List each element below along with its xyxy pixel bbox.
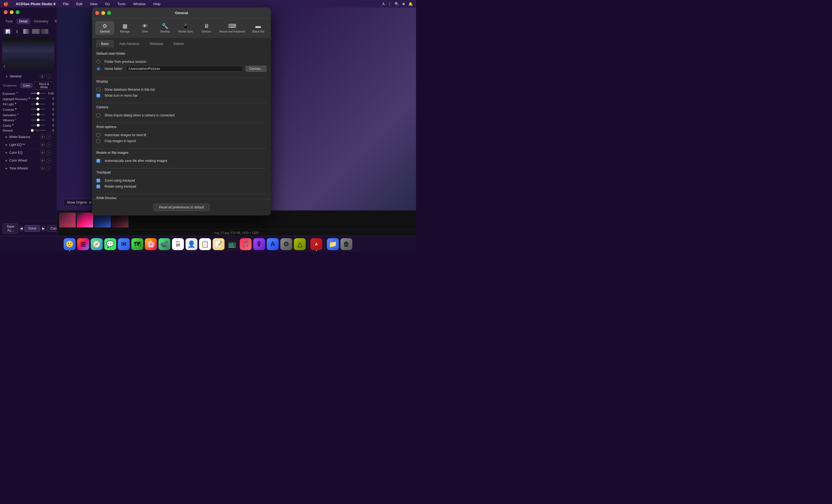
cancel-button[interactable]: Cancel: [47, 225, 57, 232]
dock-calendar[interactable]: DEC 20: [172, 238, 184, 250]
next-button[interactable]: ▶: [42, 225, 45, 232]
color-wheel-header[interactable]: ▶ Color Wheel ⊕ ○: [3, 157, 54, 164]
autorotate-checkbox[interactable]: [97, 133, 100, 137]
dock-appletv[interactable]: 📺: [226, 238, 238, 250]
dock-safari[interactable]: 🧭: [91, 238, 103, 250]
highlight-recovery-slider[interactable]: [31, 98, 45, 99]
dock-launchpad[interactable]: ⊞: [77, 238, 89, 250]
menu-edit[interactable]: Edit: [75, 1, 84, 6]
exposure-slider[interactable]: [31, 93, 45, 94]
treatment-color-button[interactable]: Color: [21, 83, 32, 88]
dock-messages[interactable]: 💬: [104, 238, 116, 250]
save-as-button[interactable]: Save As...: [3, 223, 18, 234]
tab-tune[interactable]: Tune: [3, 19, 16, 24]
general-section-header[interactable]: ▼ General ⊕ ○: [3, 72, 54, 80]
home-folder-radio[interactable]: [97, 67, 100, 71]
dock-filetransfer[interactable]: 📁: [327, 238, 339, 250]
menu-file[interactable]: File: [61, 1, 71, 6]
maximize-button[interactable]: [16, 10, 20, 14]
light-eq-reset[interactable]: ⊕: [40, 142, 45, 147]
show-icon-menu-bar-checkbox[interactable]: [97, 94, 100, 98]
settings-close-button[interactable]: [95, 11, 99, 15]
zoom-trackpad-checkbox[interactable]: [97, 179, 100, 182]
close-button[interactable]: [4, 10, 7, 14]
tab-basic[interactable]: Basic: [97, 40, 113, 47]
dock-acdsee[interactable]: A: [310, 238, 322, 250]
settings-maximize-button[interactable]: [107, 11, 111, 15]
dock-altstore[interactable]: △: [294, 238, 306, 250]
color-eq-options[interactable]: ○: [46, 150, 51, 155]
dock-appstore[interactable]: A: [267, 238, 279, 250]
tool-develop[interactable]: 🔧 Develop: [155, 21, 175, 35]
treatment-bw-button[interactable]: Black & White: [34, 81, 54, 89]
menu-window[interactable]: Window: [132, 1, 147, 6]
menu-help[interactable]: Help: [152, 1, 162, 6]
tool-status-bar[interactable]: ▬ Status Bar: [249, 21, 267, 35]
dock-music[interactable]: 🎵: [240, 238, 252, 250]
auto-save-rotate-checkbox[interactable]: [97, 159, 100, 163]
tool-view[interactable]: 👁 View: [135, 21, 154, 35]
dehaze-slider[interactable]: [31, 130, 45, 131]
dock-settings[interactable]: ⚙: [280, 238, 292, 250]
tool-mouse-keyboard[interactable]: ⌨ Mouse and Keyboard: [217, 21, 248, 35]
tool-mobile-sync[interactable]: 📱 Mobile Sync: [176, 21, 196, 35]
dock-finder[interactable]: 🙂: [63, 238, 76, 250]
done-button[interactable]: Done: [24, 225, 41, 232]
thumbnail-1[interactable]: [59, 212, 76, 228]
dock-notes[interactable]: 📝: [213, 238, 225, 250]
thumbnail-2[interactable]: [77, 212, 94, 228]
app-name[interactable]: ACDSee Photo Studio 8: [14, 1, 57, 6]
menu-tools[interactable]: Tools: [115, 1, 127, 6]
contrast-slider[interactable]: [31, 109, 45, 110]
dock-photos[interactable]: 🌸: [145, 238, 157, 250]
color-wheel-options[interactable]: ○: [46, 158, 51, 163]
tab-geometry[interactable]: Geometry: [31, 19, 51, 24]
menu-view[interactable]: View: [88, 1, 99, 6]
settings-minimize-button[interactable]: [101, 11, 105, 15]
minimize-button[interactable]: [10, 10, 14, 14]
color-eq-reset[interactable]: ⊕: [40, 150, 45, 155]
clarity-slider[interactable]: [31, 125, 45, 126]
reset-section-button[interactable]: ⊕: [40, 74, 45, 79]
dock-podcasts[interactable]: 🎙: [253, 238, 265, 250]
dock-trash[interactable]: 🗑: [340, 238, 353, 250]
tone-wheels-options[interactable]: ○: [46, 166, 51, 171]
color-wheel-reset[interactable]: ⊕: [40, 158, 45, 163]
tool-manage[interactable]: ▦ Manage: [115, 21, 134, 35]
white-balance-options[interactable]: ○: [46, 135, 51, 139]
tab-metadata[interactable]: Metadata: [145, 40, 167, 47]
color-eq-header[interactable]: ▶ Color EQ ⊕ ○: [3, 149, 54, 156]
histogram-button[interactable]: 📊: [4, 28, 11, 34]
search-icon[interactable]: 🔍: [395, 2, 399, 6]
dock-reminders[interactable]: 📋: [199, 238, 211, 250]
saturation-slider[interactable]: [31, 114, 45, 115]
light-eq-header[interactable]: ▶ Light EQ™ ⊕ ○: [3, 141, 54, 149]
dock-contacts[interactable]: 👤: [185, 238, 198, 250]
tool-general[interactable]: ⚙ General: [95, 21, 114, 35]
tone-wheels-reset[interactable]: ⊕: [40, 166, 45, 171]
camera-import-dialog-checkbox[interactable]: [97, 113, 100, 117]
prev-button[interactable]: ◀: [20, 225, 23, 232]
crop-layout-checkbox[interactable]: [97, 139, 100, 143]
rotate-trackpad-checkbox[interactable]: [97, 185, 100, 188]
choose-folder-button[interactable]: Choose...: [245, 66, 266, 72]
tab-detail[interactable]: Detail: [17, 19, 30, 24]
show-db-filename-checkbox[interactable]: [97, 88, 100, 91]
section-options-button[interactable]: ○: [46, 74, 51, 79]
info-button[interactable]: ℹ: [13, 28, 21, 34]
tool-devices[interactable]: 🖥 Devices: [197, 21, 216, 35]
tab-repair[interactable]: Repair: [52, 19, 57, 24]
menu-go[interactable]: Go: [103, 1, 111, 6]
dock-maps[interactable]: 🗺: [131, 238, 143, 250]
notification-icon[interactable]: 🔔: [409, 2, 413, 6]
vibrance-slider[interactable]: [31, 120, 45, 121]
tone-wheels-header[interactable]: ▶ Tone Wheels ⊕ ○: [3, 165, 54, 172]
tab-auto-advance[interactable]: Auto Advance: [114, 40, 144, 47]
dock-mail[interactable]: ✉: [118, 238, 130, 250]
show-original-button[interactable]: Show Original ⊞: [63, 199, 95, 206]
apple-menu[interactable]: 🍎: [3, 1, 9, 6]
fill-light-slider[interactable]: [31, 104, 45, 105]
home-folder-input[interactable]: [126, 66, 243, 72]
white-balance-header[interactable]: ▶ White Balance ⊕ ○: [3, 133, 54, 141]
light-eq-options[interactable]: ○: [46, 142, 51, 147]
